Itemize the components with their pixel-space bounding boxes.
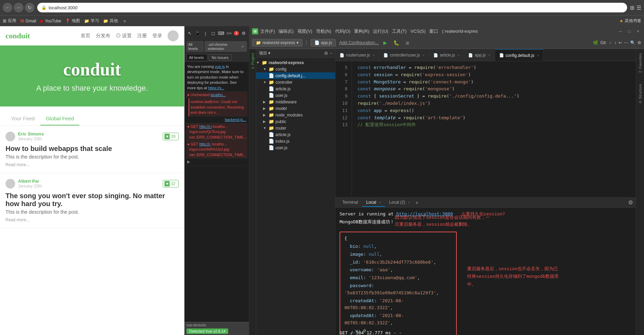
stop-btn[interactable]: ◼ bbox=[403, 38, 412, 47]
tree-router-user[interactable]: 📄 user.js bbox=[256, 144, 335, 151]
bookmark-study[interactable]: 📁 学习 bbox=[84, 18, 99, 24]
like-button[interactable]: ♥ 32 bbox=[163, 180, 179, 187]
nav-register[interactable]: 注册 bbox=[137, 33, 147, 39]
bookmark-other[interactable]: 📁 其他 bbox=[103, 18, 118, 24]
console-expand[interactable]: ▶ bbox=[186, 159, 248, 165]
bookmarks-more-btn[interactable]: » bbox=[123, 19, 126, 23]
terminal-tab-label[interactable]: Terminal bbox=[338, 199, 362, 207]
address-bar[interactable]: 🔒 localhost:3000 bbox=[37, 3, 627, 12]
ide-project-2[interactable]: 📄 app.js bbox=[311, 39, 336, 47]
localhost-link[interactable]: localho... bbox=[211, 93, 226, 97]
extensions-icon[interactable]: ⊞ bbox=[630, 4, 634, 11]
code-editor[interactable]: 5 6 7 8 9 10 11 12 13 const errorhandler… bbox=[335, 61, 636, 197]
code-line-11: const app = express() bbox=[358, 107, 630, 114]
img-link-1[interactable]: http://i.i bbox=[199, 124, 211, 129]
post-title[interactable]: How to build webapps that scale bbox=[6, 145, 179, 153]
tree-router-folder[interactable]: ▼ 📁 router bbox=[256, 125, 335, 131]
tab-close-5[interactable]: × bbox=[537, 53, 539, 58]
like-button[interactable]: ♥ 29 bbox=[163, 133, 179, 140]
tab-close-1[interactable]: × bbox=[372, 53, 374, 57]
devtools-elements-icon[interactable]: ◻ bbox=[210, 29, 217, 37]
read-more-link[interactable]: Read more... bbox=[6, 162, 179, 167]
maximize-button[interactable]: □ bbox=[626, 28, 633, 34]
tab-your-feed[interactable]: Your Feed bbox=[6, 112, 40, 125]
tree-router-index[interactable]: 📄 index.js bbox=[256, 138, 335, 144]
ide-project-dropdown[interactable]: 📁 realworld-express ▾ bbox=[252, 39, 302, 47]
local-tab-close[interactable]: × bbox=[379, 200, 381, 204]
devtools-gear-icon[interactable]: ⚙ bbox=[240, 29, 247, 37]
back-button[interactable]: ← bbox=[3, 3, 12, 12]
debug-btn[interactable]: 🐛 bbox=[392, 38, 401, 47]
article-file-icon: 📄 bbox=[269, 86, 274, 91]
nav-settings[interactable]: ◎ 设置 bbox=[116, 33, 132, 39]
tree-model-folder[interactable]: ▶ 📁 model bbox=[256, 105, 335, 112]
tab-article[interactable]: 📄 article.js × bbox=[429, 49, 464, 61]
img-link-2[interactable]: http://i. bbox=[199, 142, 211, 146]
other-bookmarks-btn[interactable]: ★ 其他书签 bbox=[620, 18, 641, 24]
favorites-tab-label[interactable]: 2: Favorites bbox=[637, 52, 643, 74]
nav-home[interactable]: 首页 bbox=[81, 33, 90, 39]
profile-icon[interactable]: ☰ bbox=[636, 4, 641, 11]
tab-app-js[interactable]: 📄 app.js × bbox=[464, 49, 495, 61]
forward-button[interactable]: → bbox=[14, 3, 23, 12]
structure-tab-label[interactable]: 4: Structure bbox=[637, 82, 643, 105]
git-more-icon[interactable]: ⋯ bbox=[624, 40, 628, 45]
public-label: public bbox=[275, 119, 286, 124]
tree-article-js[interactable]: 📄 article.js bbox=[256, 85, 335, 92]
filter-level-select[interactable]: All levels bbox=[187, 41, 203, 52]
git-settings-icon[interactable]: ⚙ bbox=[637, 40, 641, 45]
tab-global-feed[interactable]: Global Feed bbox=[40, 112, 80, 125]
author-name[interactable]: Eric Simons bbox=[18, 131, 44, 136]
project-side-label[interactable]: 1: Project bbox=[250, 52, 255, 70]
minus-icon[interactable]: − bbox=[330, 51, 332, 56]
git-check-icon[interactable]: ✓ bbox=[609, 40, 612, 45]
devtools-cursor-icon[interactable]: ↖ bbox=[187, 29, 193, 37]
add-terminal-btn[interactable]: + bbox=[415, 200, 418, 205]
tree-user-js[interactable]: 📄 user.js bbox=[256, 92, 335, 99]
tab-router-user[interactable]: 📄 router\user.js × bbox=[335, 49, 379, 61]
filter-tag-close-icon[interactable]: × bbox=[242, 44, 244, 49]
filter-input[interactable] bbox=[187, 54, 207, 61]
devtools-console-icon[interactable]: ⌨ bbox=[218, 29, 224, 37]
backend-link[interactable]: backend.js... bbox=[225, 118, 246, 122]
bookmark-youtube[interactable]: ▶ YouTube bbox=[40, 19, 61, 23]
local2-tab-close[interactable]: × bbox=[408, 200, 410, 204]
git-sync-icon[interactable]: ↕ bbox=[614, 40, 616, 45]
read-more-link[interactable]: Read more... bbox=[6, 217, 179, 222]
bookmark-gmail[interactable]: M Gmail bbox=[20, 18, 36, 23]
terminal-settings-icon[interactable]: ⚙ bbox=[628, 199, 633, 206]
settings-icon[interactable]: ⚙ bbox=[324, 51, 328, 56]
devtools-mobile-icon[interactable]: 📱 bbox=[194, 29, 201, 37]
local-tab[interactable]: Local × bbox=[362, 199, 385, 207]
tree-root[interactable]: ▼ 📁 realworld-express bbox=[256, 59, 335, 66]
nav-login[interactable]: 登录 bbox=[152, 33, 162, 39]
tree-middleware-folder[interactable]: ▶ 📁 middleware bbox=[256, 99, 335, 105]
tab-config-default[interactable]: 📄 config.default.js × bbox=[495, 49, 544, 61]
minimize-button[interactable]: ─ bbox=[617, 28, 624, 34]
tree-controller-folder[interactable]: ▼ 📁 controller bbox=[256, 79, 335, 85]
tab-controller-user[interactable]: 📄 controller\user.js × bbox=[379, 49, 429, 61]
bookmark-maps[interactable]: 📍 地图 bbox=[65, 18, 80, 24]
close-button[interactable]: × bbox=[635, 28, 641, 34]
add-config-btn[interactable]: Add Configuration... bbox=[339, 40, 379, 45]
tab-close-3[interactable]: × bbox=[457, 53, 460, 57]
post-title[interactable]: The song you won't ever stop singing. No… bbox=[6, 192, 179, 208]
local2-tab[interactable]: Local (2) × bbox=[385, 199, 414, 207]
bookmark-apps[interactable]: ⊞ 应用 bbox=[3, 18, 16, 24]
tree-router-article[interactable]: 📄 article.js bbox=[256, 131, 335, 138]
tab-close-4[interactable]: × bbox=[488, 53, 490, 57]
tab-close-2[interactable]: × bbox=[422, 53, 424, 57]
tree-config-folder[interactable]: ▼ 📁 config bbox=[256, 66, 335, 72]
tree-nodemodules-folder[interactable]: ▶ 📁 node_modules bbox=[256, 112, 335, 118]
author-name[interactable]: Albert Pai bbox=[18, 179, 42, 184]
devtools-more-icon[interactable]: >> bbox=[226, 29, 232, 37]
refresh-button[interactable]: ↻ bbox=[25, 3, 34, 12]
run-btn[interactable]: ▶ bbox=[381, 38, 390, 47]
nav-publish[interactable]: 分发布 bbox=[96, 33, 110, 39]
git-undo-icon[interactable]: ↩ bbox=[618, 40, 622, 45]
git-search-icon[interactable]: 🔍 bbox=[630, 40, 635, 45]
tree-public-folder[interactable]: ▶ 📁 public bbox=[256, 118, 335, 125]
tree-config-default[interactable]: 📄 config.default.j... bbox=[256, 72, 335, 79]
docs-link[interactable]: https://v... bbox=[208, 86, 224, 90]
vue-link[interactable]: vue.js bbox=[215, 64, 225, 69]
